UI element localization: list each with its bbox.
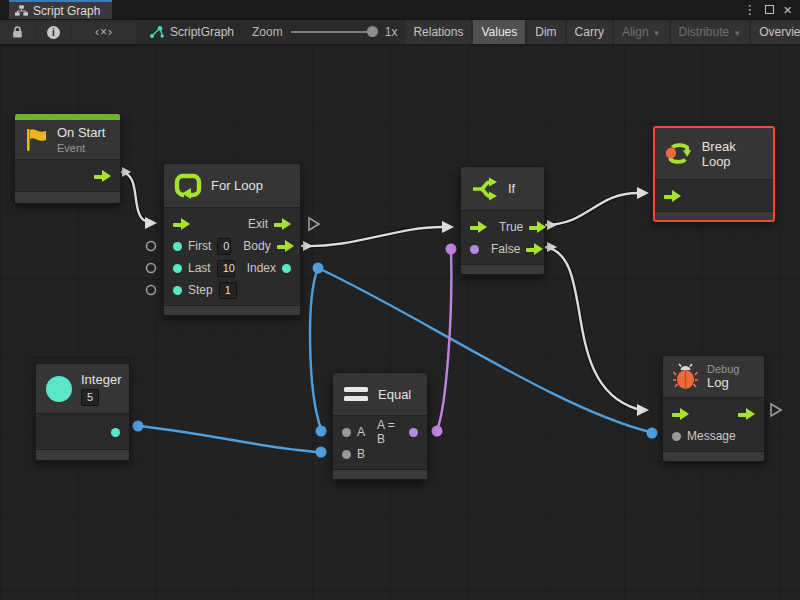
flag-icon (25, 127, 48, 153)
integer-value-field[interactable]: 5 (81, 389, 99, 406)
node-if[interactable]: If True False (460, 166, 545, 275)
node-title: If (508, 181, 515, 196)
first-input-port[interactable] (173, 242, 182, 251)
index-port-label: Index (247, 261, 276, 275)
lock-icon (11, 25, 24, 39)
unity-script-graph-window: Script Graph ⋮ × i ‹×› (0, 0, 800, 600)
result-output-port[interactable] (409, 428, 418, 437)
distribute-dropdown[interactable]: Distribute ▼ (671, 20, 750, 44)
node-on-start[interactable]: On Start Event (14, 113, 121, 204)
message-port-label: Message (687, 429, 736, 443)
integer-output-port[interactable] (111, 428, 120, 437)
chevron-down-icon: ▼ (653, 29, 661, 38)
edit-source-button[interactable]: ‹×› (72, 20, 136, 44)
graph-identity: ScriptGraph (137, 20, 246, 44)
true-output-port[interactable] (529, 221, 546, 233)
node-title: For Loop (211, 178, 263, 193)
node-footer (655, 211, 773, 220)
script-graph-icon (149, 25, 164, 39)
for-loop-icon (174, 173, 202, 199)
node-footer (461, 264, 544, 274)
graph-hierarchy-icon (15, 5, 28, 16)
lock-button[interactable] (0, 20, 35, 44)
code-icon: ‹×› (95, 25, 113, 39)
node-subtitle: Event (57, 142, 105, 154)
zoom-slider-handle[interactable] (367, 26, 378, 37)
exit-port-label: Exit (248, 217, 268, 231)
last-value-field[interactable]: 10 (217, 260, 235, 277)
last-input-port[interactable] (173, 264, 182, 273)
b-port-label: B (357, 447, 365, 461)
step-port-label: Step (188, 283, 213, 297)
result-port-label: A = B (377, 418, 403, 446)
dim-button[interactable]: Dim (527, 20, 564, 44)
graph-toolbar: i ‹×› ScriptGraph Zoom 1x Relations (0, 19, 800, 45)
node-debug-log[interactable]: Debug Log Message (662, 355, 765, 462)
overview-button[interactable]: Overview (751, 20, 800, 44)
message-input-port[interactable] (672, 432, 681, 441)
node-title: Integer (81, 372, 121, 387)
enter-input-port[interactable] (664, 190, 681, 202)
branch-icon (471, 177, 499, 201)
index-output-port[interactable] (282, 264, 291, 273)
integer-type-icon (46, 376, 72, 402)
inspect-button[interactable]: i (36, 20, 71, 44)
node-for-loop[interactable]: For Loop Exit First 0 Body Last 10 (163, 163, 301, 316)
node-title: Equal (378, 387, 411, 402)
last-port-label: Last (188, 261, 211, 275)
window-close-button[interactable]: × (783, 1, 792, 18)
window-menu-button[interactable]: ⋮ (743, 2, 756, 17)
node-title: Log (707, 375, 739, 390)
trigger-output-port[interactable] (94, 170, 111, 182)
true-port-label: True (499, 220, 523, 234)
a-input-port[interactable] (342, 428, 351, 437)
exit-output-port[interactable] (274, 218, 291, 230)
carry-button[interactable]: Carry (567, 20, 612, 44)
enter-input-port[interactable] (173, 218, 190, 230)
tab-title: Script Graph (33, 4, 100, 18)
break-loop-icon (665, 140, 693, 167)
step-input-port[interactable] (173, 286, 182, 295)
first-port-label: First (188, 239, 211, 253)
node-category: Debug (707, 363, 739, 375)
values-button[interactable]: Values (473, 20, 525, 44)
node-title: On Start (57, 125, 105, 140)
node-title: Break Loop (702, 139, 763, 169)
node-footer (15, 191, 120, 203)
relations-button[interactable]: Relations (405, 20, 471, 44)
enter-input-port[interactable] (672, 408, 689, 420)
node-footer (164, 305, 300, 315)
node-integer[interactable]: Integer 5 (35, 363, 130, 461)
a-port-label: A (357, 425, 365, 439)
chevron-down-icon: ▼ (733, 29, 741, 38)
align-dropdown[interactable]: Align ▼ (614, 20, 669, 44)
false-port-label: False (491, 242, 520, 256)
node-footer (333, 469, 427, 479)
toolbar-buttons: Relations Values Dim Carry Align ▼ Distr… (405, 20, 800, 44)
graph-name-label: ScriptGraph (170, 25, 234, 39)
first-value-field[interactable]: 0 (217, 238, 231, 255)
zoom-value: 1x (385, 25, 398, 39)
window-maximize-button[interactable] (765, 5, 774, 14)
equals-icon (343, 386, 369, 402)
step-value-field[interactable]: 1 (219, 282, 237, 299)
node-equal[interactable]: Equal A A = B B (332, 372, 428, 480)
title-bar: Script Graph ⋮ × (0, 0, 800, 19)
b-input-port[interactable] (342, 450, 351, 459)
zoom-slider[interactable] (291, 31, 377, 33)
condition-input-port[interactable] (470, 245, 479, 254)
node-footer (663, 451, 764, 461)
exit-output-port[interactable] (738, 408, 755, 420)
tab-script-graph[interactable]: Script Graph (9, 0, 112, 19)
node-footer (36, 449, 129, 460)
zoom-control: Zoom 1x (246, 20, 403, 44)
body-port-label: Body (243, 239, 270, 253)
info-icon: i (47, 26, 60, 39)
false-output-port[interactable] (526, 243, 543, 255)
node-break-loop[interactable]: Break Loop (653, 126, 775, 222)
body-output-port[interactable] (277, 240, 294, 252)
zoom-label: Zoom (252, 25, 283, 39)
enter-input-port[interactable] (470, 221, 487, 233)
bug-icon (673, 363, 698, 390)
